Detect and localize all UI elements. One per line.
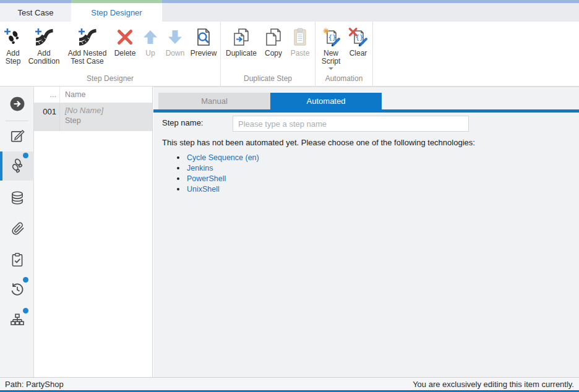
- hierarchy-dependencies-icon: [9, 312, 25, 328]
- bullet-icon: [177, 167, 179, 169]
- ribbon-group-step-designer-buttons: Add Step Add Condition: [1, 22, 219, 72]
- clear-script-braces-icon: {}: [348, 27, 368, 47]
- history-badge-dot: [23, 277, 28, 283]
- technology-link-unixshell[interactable]: UnixShell: [187, 185, 220, 194]
- svg-text:{}: {}: [328, 33, 337, 41]
- paste-clipboard-icon: [290, 27, 310, 47]
- step-name-input[interactable]: [233, 116, 469, 132]
- duplicate-button[interactable]: Duplicate: [222, 26, 260, 58]
- steps-column-name[interactable]: Name: [60, 87, 85, 103]
- preview-button[interactable]: Preview: [188, 26, 219, 58]
- sidebar-item-data[interactable]: [0, 184, 34, 211]
- bullet-icon: [177, 188, 179, 190]
- ribbon-toolbar: Add Step Add Condition: [0, 22, 579, 87]
- clipboard-check-icon: [9, 252, 25, 268]
- history-clock-icon: [9, 281, 25, 297]
- technology-link-powershell[interactable]: PowerShell: [187, 174, 226, 183]
- group-label-duplicate-step: Duplicate Step: [222, 72, 314, 86]
- delete-button[interactable]: Delete: [111, 26, 139, 58]
- list-item: PowerShell: [177, 173, 259, 184]
- tab-manual-label: Manual: [201, 96, 228, 106]
- steps-table-header: ... Name: [34, 87, 152, 103]
- tab-step-designer[interactable]: Step Designer: [71, 3, 162, 22]
- up-arrow-icon: [140, 27, 160, 47]
- status-editing-notice: You are exclusively editing this item cu…: [413, 380, 574, 389]
- paste-button[interactable]: Paste: [286, 26, 314, 58]
- sidebar-item-steps[interactable]: [0, 151, 34, 181]
- up-button[interactable]: Up: [139, 26, 162, 58]
- dependencies-badge-dot: [23, 308, 28, 313]
- tab-automated[interactable]: Automated: [270, 93, 382, 109]
- circle-arrow-right-icon: [9, 96, 25, 112]
- application-window: Test Case Step Designer: [0, 0, 579, 392]
- list-item: UnixShell: [177, 184, 259, 194]
- active-tab-underline: [153, 109, 579, 113]
- down-button[interactable]: Down: [162, 26, 188, 58]
- down-label: Down: [166, 49, 185, 58]
- step-detail-panel: Manual Automated Step name: This step ha…: [153, 87, 579, 377]
- clear-script-label: Clear: [350, 49, 367, 58]
- steps-footprints-icon: [9, 158, 26, 175]
- database-icon: [9, 190, 25, 206]
- step-row-number: 001: [34, 103, 60, 131]
- delete-label: Delete: [114, 49, 136, 58]
- add-condition-track-icon: [34, 27, 54, 47]
- sidebar-item-dependencies[interactable]: [0, 307, 34, 334]
- new-script-label: New Script: [317, 49, 345, 66]
- sidebar-item-edit[interactable]: [0, 122, 34, 150]
- group-label-step-designer: Step Designer: [1, 72, 219, 86]
- step-name-label: Step name:: [162, 118, 204, 127]
- steps-list-panel: ... Name 001 [No Name] Step: [34, 87, 153, 377]
- sidebar-item-tasks[interactable]: [0, 246, 34, 273]
- paperclip-attachment-icon: [9, 221, 25, 237]
- sidebar-item-history[interactable]: [0, 276, 34, 303]
- tab-automated-label: Automated: [307, 96, 346, 106]
- sidebar-item-go[interactable]: [0, 90, 34, 117]
- tab-manual[interactable]: Manual: [158, 93, 270, 109]
- document-tab-bar: Test Case Step Designer: [0, 3, 579, 22]
- add-step-footprints-icon: [3, 27, 23, 47]
- automation-message: This step has not been automated yet. Pl…: [162, 138, 475, 147]
- clear-script-button[interactable]: {} Clear: [345, 26, 371, 58]
- technology-list: Cycle Sequence (en) Jenkins PowerShell U…: [177, 152, 259, 194]
- paste-label: Paste: [291, 49, 310, 58]
- technology-link-jenkins[interactable]: Jenkins: [187, 164, 213, 173]
- tab-test-case[interactable]: Test Case: [0, 3, 71, 22]
- list-item: Cycle Sequence (en): [177, 152, 259, 163]
- group-label-automation: Automation: [317, 72, 371, 86]
- ribbon-group-automation: {} New Script {}: [315, 22, 373, 86]
- tab-step-designer-label: Step Designer: [91, 8, 142, 17]
- add-step-label: Add Step: [1, 49, 25, 66]
- bullet-icon: [177, 156, 179, 159]
- down-arrow-icon: [165, 27, 185, 47]
- duplicate-label: Duplicate: [226, 49, 257, 58]
- preview-magnifier-icon: [194, 27, 213, 47]
- step-row-type: Step: [65, 116, 103, 125]
- step-row-cell: [No Name] Step: [60, 103, 103, 131]
- steps-column-number[interactable]: ...: [34, 87, 60, 103]
- ribbon-group-duplicate-step: Duplicate Copy: [221, 22, 315, 86]
- sidebar-item-attachments[interactable]: [0, 215, 34, 242]
- preview-label: Preview: [191, 49, 217, 58]
- status-bar: Path: PartyShop You are exclusively edit…: [0, 377, 579, 390]
- copy-pages-icon: [264, 27, 283, 47]
- new-script-braces-icon: {}: [321, 27, 341, 47]
- steps-badge-dot: [23, 153, 28, 158]
- tab-test-case-label: Test Case: [18, 8, 54, 17]
- ribbon-group-automation-buttons: {} New Script {}: [317, 22, 371, 72]
- sidebar-divider: [6, 121, 28, 121]
- add-condition-button[interactable]: Add Condition: [25, 26, 63, 66]
- technology-link-cycle-sequence[interactable]: Cycle Sequence (en): [187, 153, 259, 162]
- add-nested-test-case-button[interactable]: Add Nested Test Case: [63, 26, 111, 66]
- status-path: Path: PartyShop: [5, 380, 64, 389]
- table-row[interactable]: 001 [No Name] Step: [34, 103, 152, 131]
- step-row-name: [No Name]: [65, 106, 103, 115]
- ribbon-group-step-designer: Add Step Add Condition: [0, 22, 221, 86]
- new-script-button[interactable]: {} New Script: [317, 26, 345, 70]
- copy-button[interactable]: Copy: [260, 26, 286, 58]
- edit-pencil-icon: [9, 128, 25, 144]
- new-script-dropdown-caret-icon[interactable]: [328, 67, 333, 70]
- add-step-button[interactable]: Add Step: [1, 26, 25, 66]
- ribbon-group-duplicate-step-buttons: Duplicate Copy: [222, 22, 314, 72]
- add-nested-test-case-label: Add Nested Test Case: [63, 49, 111, 66]
